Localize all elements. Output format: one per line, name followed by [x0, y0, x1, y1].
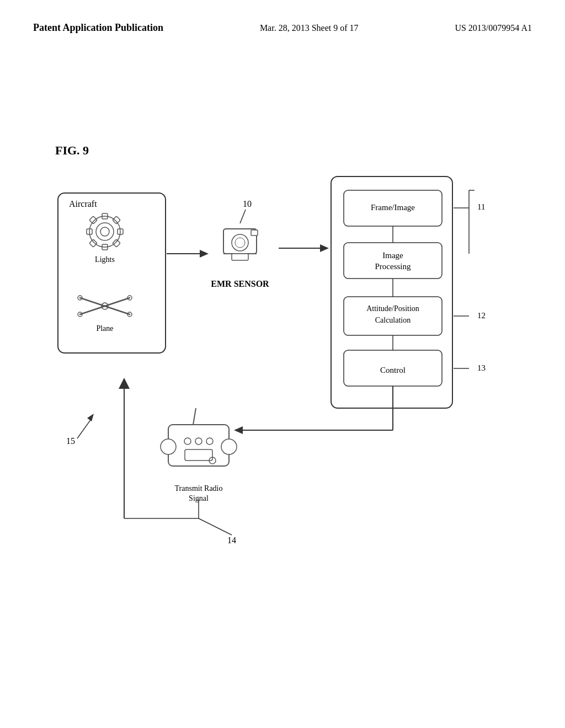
svg-text:Processing: Processing: [375, 262, 411, 271]
svg-rect-26: [232, 254, 248, 260]
svg-line-49: [193, 408, 196, 425]
transmitter-icon: [161, 408, 237, 466]
ref-15-label: 15: [66, 436, 75, 446]
svg-marker-29: [320, 244, 329, 252]
attitude-label: Attitude/Position: [366, 304, 419, 313]
arrow-emr-to-processing: [279, 244, 329, 252]
figure-label: FIG. 9: [55, 143, 89, 158]
ref-10-label: 10: [243, 199, 252, 208]
ref-11-label: 11: [477, 202, 485, 211]
control-label: Control: [380, 366, 406, 374]
svg-rect-48: [168, 425, 229, 466]
svg-point-51: [221, 439, 237, 454]
image-processing-label: Image: [382, 251, 403, 260]
publication-date-sheet: Mar. 28, 2013 Sheet 9 of 17: [260, 23, 359, 33]
svg-marker-47: [234, 426, 243, 434]
svg-text:Calculation: Calculation: [375, 316, 411, 324]
frame-image-label: Frame/Image: [371, 203, 415, 212]
svg-line-63: [199, 518, 232, 535]
svg-rect-24: [251, 230, 258, 235]
transmit-label: Transmit Radio: [175, 484, 223, 493]
svg-marker-65: [87, 414, 94, 421]
ref-14-label: 14: [227, 536, 236, 545]
ref-12-label: 12: [477, 311, 486, 320]
svg-point-50: [161, 439, 176, 454]
plane-label: Plane: [96, 324, 113, 333]
main-diagram: Aircraft Lights Plane: [28, 160, 535, 563]
svg-rect-33: [344, 243, 442, 279]
page-header: Patent Application Publication Mar. 28, …: [33, 22, 532, 34]
emr-sensor-label: EMR SENSOR: [211, 279, 269, 288]
arrow-aircraft-to-emr: [167, 250, 209, 258]
svg-line-27: [240, 210, 246, 223]
emr-sensor-icon: [223, 229, 258, 260]
svg-marker-20: [200, 250, 209, 258]
publication-number: US 2013/0079954 A1: [455, 23, 532, 33]
aircraft-label: Aircraft: [69, 199, 97, 208]
svg-point-23: [235, 238, 245, 248]
publication-title: Patent Application Publication: [33, 22, 163, 34]
svg-marker-61: [119, 378, 130, 389]
ref-13-label: 13: [477, 363, 486, 372]
svg-line-64: [77, 419, 91, 438]
lights-label: Lights: [95, 255, 115, 264]
